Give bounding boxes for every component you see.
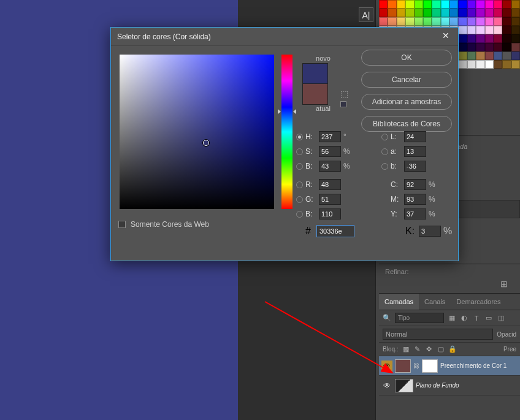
websafe-swatch-icon[interactable]: [340, 101, 346, 107]
swatch-cell[interactable]: [485, 9, 494, 17]
cancel-button[interactable]: Cancelar: [361, 72, 452, 88]
swatch-cell[interactable]: [502, 60, 511, 69]
gamut-warning-icon[interactable]: ⬚: [340, 89, 348, 99]
swatch-cell[interactable]: [432, 17, 440, 26]
swatch-cell[interactable]: [476, 52, 484, 60]
swatch-cell[interactable]: [467, 52, 476, 60]
swatch-cell[interactable]: [458, 26, 467, 34]
swatch-cell[interactable]: [511, 17, 520, 26]
radio-l[interactable]: [381, 134, 388, 140]
swatch-cell[interactable]: [423, 17, 432, 26]
input-k[interactable]: [419, 226, 441, 237]
swatch-cell[interactable]: [467, 0, 476, 9]
swatch-cell[interactable]: [467, 60, 476, 69]
sv-cursor[interactable]: [203, 140, 209, 146]
swatch-cell[interactable]: [476, 60, 484, 69]
swatch-cell[interactable]: [397, 17, 405, 26]
input-l[interactable]: [404, 131, 426, 142]
swatch-cell[interactable]: [423, 0, 432, 9]
swatch-cell[interactable]: [405, 0, 414, 9]
swatch-cell[interactable]: [476, 34, 484, 43]
swatch-cell[interactable]: [485, 34, 494, 43]
radio-a[interactable]: [381, 148, 388, 155]
swatch-cell[interactable]: [458, 60, 467, 69]
swatch-cell[interactable]: [494, 43, 502, 52]
input-b[interactable]: [319, 208, 341, 220]
swatch-cell[interactable]: [476, 17, 484, 26]
layer-row-fill[interactable]: 👁 ⛓ Preenchimento de Cor 1: [379, 356, 520, 376]
swatch-cell[interactable]: [441, 17, 449, 26]
swatch-cell[interactable]: [467, 17, 476, 26]
tab-layers[interactable]: Camadas: [379, 294, 419, 310]
preview-current-color[interactable]: [302, 84, 328, 105]
filter-type-icon[interactable]: T: [472, 315, 481, 322]
swatch-cell[interactable]: [415, 17, 423, 26]
input-h[interactable]: [319, 131, 341, 142]
swatch-cell[interactable]: [467, 9, 476, 17]
input-s[interactable]: [319, 146, 341, 157]
radio-g[interactable]: [296, 196, 303, 203]
swatch-cell[interactable]: [502, 52, 511, 60]
swatch-cell[interactable]: [379, 0, 388, 9]
layer-type-filter[interactable]: Tipo: [395, 313, 444, 323]
swatch-cell[interactable]: [511, 26, 520, 34]
swatch-cell[interactable]: [449, 9, 458, 17]
swatch-cell[interactable]: [494, 0, 502, 9]
input-y[interactable]: [404, 208, 426, 220]
swatch-cell[interactable]: [485, 17, 494, 26]
tab-paths[interactable]: Demarcadores: [451, 294, 506, 310]
add-to-swatches-button[interactable]: Adicionar a amostras: [361, 94, 452, 110]
input-bv[interactable]: [319, 161, 341, 172]
link-mask-icon[interactable]: ⛓: [413, 362, 419, 369]
swatch-cell[interactable]: [485, 43, 494, 52]
radio-bv[interactable]: [296, 163, 303, 170]
input-a[interactable]: [404, 146, 426, 157]
swatch-cell[interactable]: [441, 0, 449, 9]
swatch-cell[interactable]: [397, 0, 405, 9]
input-r[interactable]: [319, 179, 341, 190]
swatch-cell[interactable]: [511, 52, 520, 60]
swatch-cell[interactable]: [458, 0, 467, 9]
input-c[interactable]: [404, 179, 426, 190]
swatch-cell[interactable]: [502, 43, 511, 52]
swatch-cell[interactable]: [415, 9, 423, 17]
swatch-cell[interactable]: [511, 60, 520, 69]
swatch-cell[interactable]: [405, 9, 414, 17]
lock-move-icon[interactable]: ✥: [425, 345, 434, 353]
swatch-cell[interactable]: [388, 0, 396, 9]
radio-b-lab[interactable]: [381, 163, 388, 170]
filter-adjust-icon[interactable]: ◐: [460, 314, 468, 322]
swatch-cell[interactable]: [388, 9, 396, 17]
input-hex[interactable]: [316, 225, 354, 237]
swatch-cell[interactable]: [458, 34, 467, 43]
hue-cursor[interactable]: [278, 109, 296, 114]
lock-brush-icon[interactable]: ✎: [413, 345, 422, 353]
swatch-cell[interactable]: [494, 9, 502, 17]
layer-name[interactable]: Plano de Fundo: [416, 382, 459, 389]
swatch-cell[interactable]: [458, 17, 467, 26]
filter-image-icon[interactable]: ▦: [448, 314, 456, 322]
swatch-cell[interactable]: [511, 9, 520, 17]
blend-mode-select[interactable]: Normal: [383, 329, 493, 340]
swatch-cell[interactable]: [423, 9, 432, 17]
swatch-cell[interactable]: [449, 0, 458, 9]
swatch-cell[interactable]: [511, 34, 520, 43]
swatch-cell[interactable]: [485, 52, 494, 60]
layer-name[interactable]: Preenchimento de Cor 1: [440, 362, 507, 369]
swatch-cell[interactable]: [494, 17, 502, 26]
layer-thumbnail[interactable]: [395, 379, 413, 392]
swatch-cell[interactable]: [458, 52, 467, 60]
swatch-cell[interactable]: [458, 9, 467, 17]
lock-all-icon[interactable]: 🔒: [448, 345, 457, 353]
refine-icon[interactable]: ⊞: [500, 279, 508, 289]
visibility-toggle-icon[interactable]: 👁: [381, 361, 392, 372]
swatch-cell[interactable]: [502, 0, 511, 9]
swatch-cell[interactable]: [379, 17, 388, 26]
visibility-toggle-icon[interactable]: 👁: [381, 380, 392, 391]
hue-slider[interactable]: [281, 55, 292, 209]
lock-artboard-icon[interactable]: ▢: [437, 345, 445, 353]
swatch-cell[interactable]: [485, 60, 494, 69]
close-icon[interactable]: ✕: [440, 31, 452, 43]
swatch-cell[interactable]: [467, 26, 476, 34]
radio-b[interactable]: [296, 211, 303, 218]
